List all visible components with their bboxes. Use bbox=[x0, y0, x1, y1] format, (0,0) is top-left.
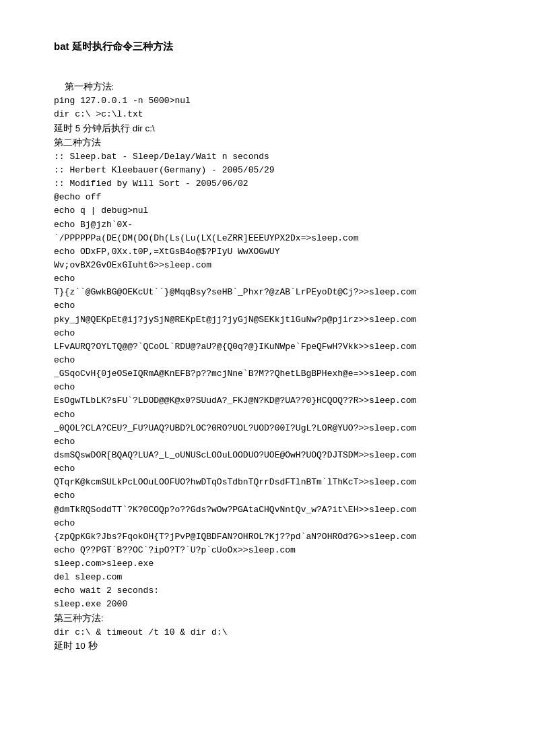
page-title: bat 延时执行命令三种方法 bbox=[54, 40, 480, 53]
content-text: 第一种方法: ping 127.0.0.1 -n 5000>nul dir c:… bbox=[54, 82, 416, 652]
content-area: 第一种方法: ping 127.0.0.1 -n 5000>nul dir c:… bbox=[54, 67, 480, 667]
